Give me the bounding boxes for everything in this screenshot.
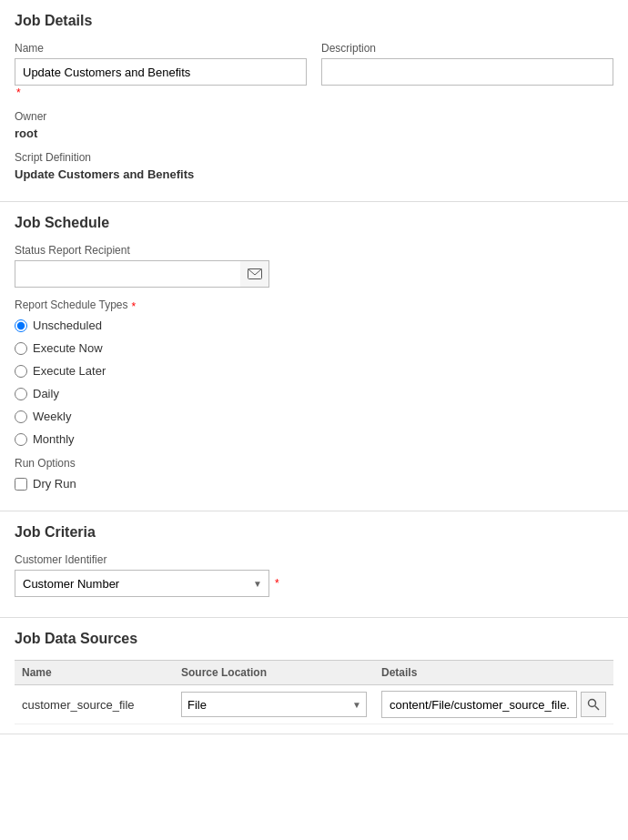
column-source-header: Source Location — [174, 666, 374, 679]
report-schedule-types-row: Report Schedule Types * — [15, 299, 613, 315]
svg-line-2 — [595, 706, 599, 710]
name-field-group: Name * — [15, 42, 307, 99]
customer-identifier-label: Customer Identifier — [15, 553, 613, 566]
radio-execute-now-input[interactable] — [15, 342, 27, 355]
owner-value: root — [15, 127, 613, 140]
job-data-sources-section: Job Data Sources Name Source Location De… — [0, 618, 628, 734]
description-input[interactable] — [321, 58, 613, 86]
radio-weekly-label: Weekly — [33, 410, 71, 423]
customer-identifier-required-star: * — [275, 577, 279, 590]
radio-execute-later-label: Execute Later — [33, 364, 106, 378]
customer-identifier-select-wrapper: Customer Number ▼ — [15, 570, 269, 597]
run-options-label: Run Options — [15, 457, 613, 470]
email-input-wrapper — [15, 260, 269, 288]
row-details-cell — [374, 691, 613, 718]
job-criteria-title: Job Criteria — [15, 524, 613, 541]
owner-label: Owner — [15, 110, 613, 123]
status-report-recipient-label: Status Report Recipient — [15, 244, 613, 257]
script-definition-value: Update Customers and Benefits — [15, 167, 613, 181]
job-criteria-section: Job Criteria Customer Identifier Custome… — [0, 511, 628, 618]
description-field-group: Description — [321, 42, 613, 99]
status-report-recipient-group: Status Report Recipient — [15, 244, 613, 288]
dry-run-checkbox[interactable] — [15, 478, 27, 491]
row-name-cell: customer_source_file — [15, 698, 174, 712]
radio-monthly-label: Monthly — [33, 432, 75, 446]
script-definition-label: Script Definition — [15, 151, 613, 164]
name-label: Name — [15, 42, 307, 55]
email-icon-button[interactable] — [240, 260, 269, 288]
name-required-star: * — [16, 86, 21, 99]
run-options-group: Run Options Dry Run — [15, 457, 613, 491]
column-name-header: Name — [15, 666, 174, 679]
radio-execute-later-input[interactable] — [15, 365, 27, 378]
radio-daily-label: Daily — [33, 387, 59, 400]
job-data-sources-title: Job Data Sources — [15, 631, 613, 647]
radio-unscheduled-input[interactable] — [15, 319, 27, 332]
radio-monthly[interactable]: Monthly — [15, 432, 613, 446]
radio-daily-input[interactable] — [15, 388, 27, 400]
radio-execute-now[interactable]: Execute Now — [15, 341, 613, 355]
radio-monthly-input[interactable] — [15, 433, 27, 446]
schedule-types-required-star: * — [132, 300, 137, 313]
row-source-cell: File ▼ — [174, 692, 374, 717]
details-input[interactable] — [381, 691, 577, 718]
status-report-recipient-input[interactable] — [15, 260, 240, 288]
customer-identifier-group: Customer Identifier Customer Number ▼ * — [15, 553, 613, 597]
radio-execute-later[interactable]: Execute Later — [15, 364, 613, 378]
radio-weekly[interactable]: Weekly — [15, 410, 613, 423]
radio-unscheduled-label: Unscheduled — [33, 319, 102, 332]
name-input[interactable] — [15, 58, 307, 86]
script-definition-field-group: Script Definition Update Customers and B… — [15, 151, 613, 181]
job-details-section: Job Details Name * Description Owner roo… — [0, 0, 628, 202]
report-schedule-types-group: Report Schedule Types * Unscheduled Exec… — [15, 299, 613, 446]
source-location-select[interactable]: File — [181, 692, 367, 717]
customer-identifier-select[interactable]: Customer Number — [15, 570, 269, 597]
column-details-header: Details — [374, 666, 613, 679]
owner-field-group: Owner root — [15, 110, 613, 140]
schedule-types-radio-group: Unscheduled Execute Now Execute Later Da… — [15, 319, 613, 446]
source-location-select-wrapper: File ▼ — [181, 692, 367, 717]
dry-run-label: Dry Run — [33, 477, 76, 491]
row-name-value: customer_source_file — [22, 698, 135, 712]
radio-unscheduled[interactable]: Unscheduled — [15, 319, 613, 332]
radio-daily[interactable]: Daily — [15, 387, 613, 400]
dry-run-checkbox-item[interactable]: Dry Run — [15, 477, 613, 491]
table-row: customer_source_file File ▼ — [15, 685, 613, 724]
email-icon — [248, 268, 262, 279]
report-schedule-types-label: Report Schedule Types — [15, 299, 128, 311]
radio-execute-now-label: Execute Now — [33, 341, 103, 355]
job-details-title: Job Details — [15, 13, 613, 29]
radio-weekly-input[interactable] — [15, 410, 27, 423]
data-sources-table-header: Name Source Location Details — [15, 660, 613, 685]
job-schedule-title: Job Schedule — [15, 215, 613, 231]
search-button[interactable] — [581, 692, 606, 717]
job-schedule-section: Job Schedule Status Report Recipient Rep… — [0, 202, 628, 511]
svg-point-1 — [589, 700, 596, 707]
search-icon — [587, 698, 600, 711]
description-label: Description — [321, 42, 613, 55]
